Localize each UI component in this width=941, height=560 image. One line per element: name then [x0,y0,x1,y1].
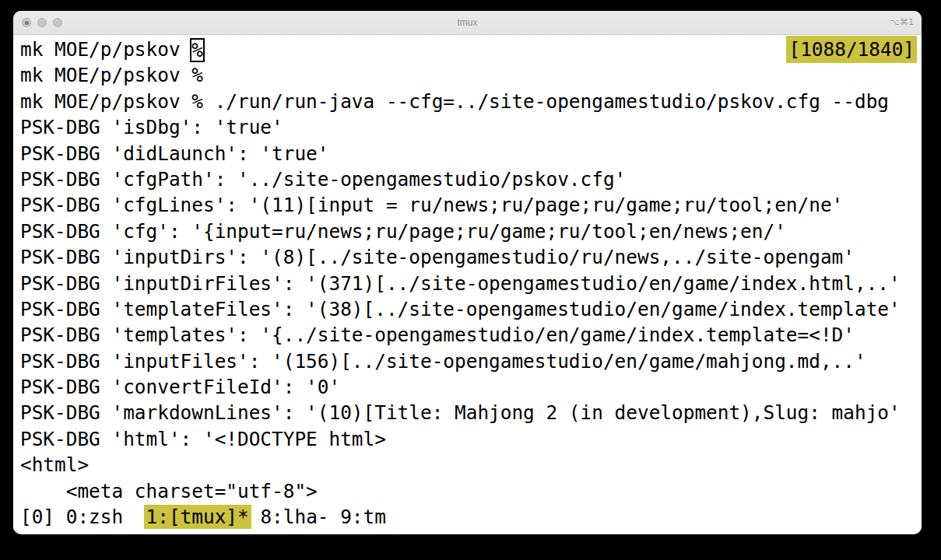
terminal-line: PSK-DBG 'inputFiles': '(156)[../site-ope… [20,348,917,374]
terminal-line: PSK-DBG 'cfg': '{input=ru/news;ru/page;r… [20,219,917,244]
terminal-line: <html> [20,452,917,478]
terminal-line: PSK-DBG 'inputDirFiles': '(371)[../site-… [20,271,917,296]
terminal-content[interactable]: mk MOE/p/pskov % [1088/1840] mk MOE/p/ps… [13,35,922,530]
terminal-line: PSK-DBG 'didLaunch': 'true' [20,141,917,166]
terminal-line: PSK-DBG 'isDbg': 'true' [20,114,917,140]
status-other-windows[interactable]: 8:lha- 9:tm [249,506,386,528]
terminal-window: tmux ⌥⌘1 mk MOE/p/pskov % [1088/1840] mk… [13,11,922,534]
terminal-line: PSK-DBG 'convertFileId': '0' [20,374,917,400]
scroll-position-indicator: [1088/1840] [786,36,917,63]
terminal-line: PSK-DBG 'cfgPath': '../site-opengamestud… [20,166,917,192]
window-title: tmux [13,11,922,34]
window-titlebar[interactable]: tmux ⌥⌘1 [13,11,922,35]
tmux-status-bar: [0] 0:zsh 1:[tmux]* 8:lha- 9:tm [20,504,917,530]
status-active-window[interactable]: 1:[tmux]* [144,505,251,529]
terminal-line: mk MOE/p/pskov % [20,62,917,88]
terminal-line: PSK-DBG 'templateFiles': '(38)[../site-o… [20,296,917,322]
desktop: { "window": { "title": "tmux", "hotkey":… [0,0,941,560]
terminal-lines: mk MOE/p/pskov %mk MOE/p/pskov % ./run/r… [20,62,917,504]
window-hotkey-hint: ⌥⌘1 [890,11,914,34]
terminal-line: PSK-DBG 'markdownLines': '(10)[Title: Ma… [20,400,917,425]
terminal-cursor: % [190,38,205,62]
prompt-text: mk MOE/p/pskov % [20,37,203,62]
terminal-line: PSK-DBG 'html': '<!DOCTYPE html> [20,426,917,452]
terminal-line: mk MOE/p/pskov % ./run/run-java --cfg=..… [20,89,917,114]
terminal-line: PSK-DBG 'inputDirs': '(8)[../site-openga… [20,244,917,270]
terminal-line: PSK-DBG 'templates': '{../site-opengames… [20,322,917,348]
terminal-line: <meta charset="utf-8"> [20,478,917,504]
status-session-and-windows: [0] 0:zsh [20,506,146,528]
terminal-line: PSK-DBG 'cfgLines': '(11)[input = ru/new… [20,192,917,218]
terminal-line-prompt: mk MOE/p/pskov % [1088/1840] [20,37,917,62]
